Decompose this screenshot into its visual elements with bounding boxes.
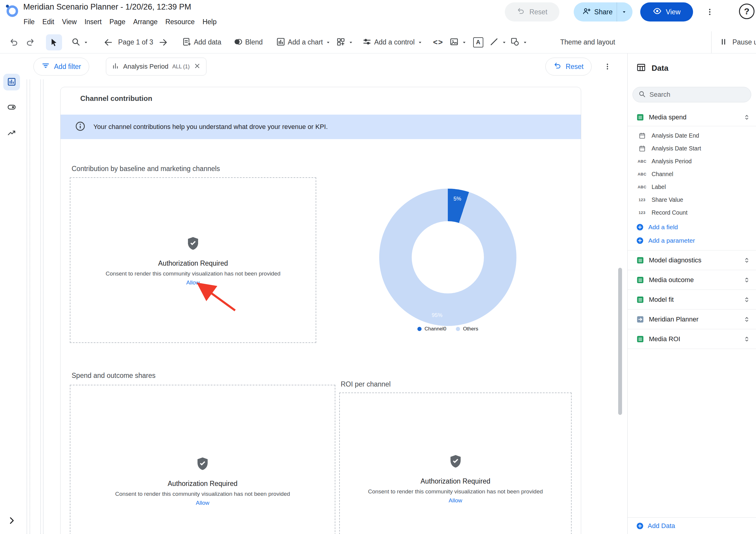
- magnifier-icon: [71, 37, 81, 48]
- select-tool-button[interactable]: [46, 34, 62, 50]
- embed-tool-button[interactable]: <>: [430, 34, 446, 50]
- expand-icon[interactable]: [743, 296, 751, 303]
- field-share-value[interactable]: 123 Share Value: [628, 193, 756, 206]
- data-source-media-outcome[interactable]: Media outcome: [628, 270, 756, 290]
- data-source-media-spend[interactable]: Media spend: [628, 108, 756, 126]
- menu-help[interactable]: Help: [199, 15, 221, 28]
- text-tool-icon: A: [473, 37, 483, 47]
- add-data-button[interactable]: Add data: [182, 37, 221, 48]
- undo-icon: [554, 62, 562, 71]
- field-analysis-date-start[interactable]: Analysis Date Start: [628, 142, 756, 155]
- reset-button-header[interactable]: Reset: [505, 2, 559, 21]
- data-search-box[interactable]: [633, 87, 751, 102]
- search-icon: [638, 90, 646, 99]
- allow-link[interactable]: Allow: [186, 279, 200, 286]
- field-analysis-date-end[interactable]: Analysis Date End: [628, 129, 756, 142]
- plus-circle-icon: [636, 522, 644, 530]
- collapse-icon[interactable]: [743, 113, 751, 121]
- looker-studio-logo-icon[interactable]: [5, 4, 18, 17]
- legend-item-channel0[interactable]: Channel0: [418, 326, 446, 332]
- filter-funnel-icon: [41, 62, 50, 71]
- view-button[interactable]: View: [640, 2, 693, 21]
- shield-check-icon: [195, 456, 210, 471]
- expand-icon[interactable]: [743, 335, 751, 343]
- sheets-source-icon: [636, 295, 644, 304]
- field-channel[interactable]: ABC Channel: [628, 168, 756, 181]
- undo-button[interactable]: [6, 34, 22, 50]
- share-button-main[interactable]: Share: [575, 2, 617, 21]
- next-page-button[interactable]: [155, 34, 171, 50]
- rail-trends-button[interactable]: [3, 125, 20, 141]
- pause-updates-button[interactable]: Pause u: [711, 31, 756, 53]
- close-icon[interactable]: [194, 62, 201, 71]
- rail-expand-button[interactable]: [3, 513, 20, 529]
- data-source-model-diagnostics[interactable]: Model diagnostics: [628, 250, 756, 270]
- more-options-kebab-icon[interactable]: [701, 3, 719, 21]
- menu-insert[interactable]: Insert: [81, 15, 106, 28]
- blend-icon: [233, 37, 243, 48]
- page-indicator[interactable]: Page 1 of 3: [118, 38, 153, 46]
- add-data-button-bottom[interactable]: Add Data: [628, 517, 756, 534]
- shield-check-icon: [186, 236, 200, 250]
- previous-page-button[interactable]: [100, 34, 116, 50]
- filter-reset-button[interactable]: Reset: [545, 58, 592, 75]
- auth-required-panel-contribution: Authorization Required Consent to render…: [70, 177, 316, 343]
- filter-bar-kebab-icon[interactable]: [599, 59, 615, 75]
- image-tool-button[interactable]: [449, 37, 467, 48]
- allow-link[interactable]: Allow: [196, 500, 209, 506]
- expand-icon[interactable]: [743, 276, 751, 284]
- line-tool-button[interactable]: [489, 37, 507, 48]
- field-analysis-period[interactable]: ABC Analysis Period: [628, 155, 756, 168]
- add-control-button[interactable]: Add a control: [362, 37, 423, 48]
- menu-page[interactable]: Page: [106, 15, 129, 28]
- menu-arrange[interactable]: Arrange: [129, 15, 161, 28]
- text-type-icon: ABC: [637, 185, 647, 189]
- chevron-down-icon: [325, 40, 331, 45]
- source-list: Model diagnostics Media outcome Model fi…: [628, 250, 756, 349]
- add-chart-button[interactable]: Add a chart: [276, 37, 332, 48]
- auth-message: Consent to render this community visuali…: [106, 270, 281, 277]
- add-filter-button[interactable]: Add filter: [33, 58, 89, 75]
- theme-and-layout-button[interactable]: Theme and layout: [560, 38, 615, 46]
- field-record-count[interactable]: 123 Record Count: [628, 206, 756, 219]
- menu-resource[interactable]: Resource: [161, 15, 199, 28]
- info-icon: [75, 121, 86, 133]
- document-title[interactable]: Meridian Scenario Planner - 1/20/26, 12:…: [23, 2, 191, 12]
- scrollbar-thumb[interactable]: [618, 268, 622, 415]
- rail-controls-button[interactable]: [3, 99, 20, 116]
- canvas-scrollbar[interactable]: [618, 80, 622, 534]
- analysis-period-filter-chip[interactable]: Analysis Period ALL (1): [106, 58, 206, 75]
- data-source-meridian-planner[interactable]: Meridian Planner: [628, 310, 756, 329]
- add-a-field-button[interactable]: Add a field: [628, 220, 756, 234]
- redo-button[interactable]: [22, 34, 38, 50]
- auth-message: Consent to render this community visuali…: [115, 491, 290, 497]
- legend-dot: [418, 327, 421, 331]
- menu-view[interactable]: View: [58, 15, 81, 28]
- canvas-guide-line: [40, 80, 41, 534]
- field-label[interactable]: ABC Label: [628, 181, 756, 193]
- channel-donut-chart[interactable]: 5% 95%: [379, 189, 516, 326]
- auth-title: Authorization Required: [421, 477, 491, 485]
- add-a-parameter-button[interactable]: Add a parameter: [628, 234, 756, 247]
- legend-item-others[interactable]: Others: [456, 326, 478, 332]
- text-tool-button[interactable]: A: [470, 34, 486, 50]
- allow-link[interactable]: Allow: [449, 497, 462, 504]
- share-button[interactable]: Share: [574, 2, 633, 21]
- expand-icon[interactable]: [743, 256, 751, 264]
- expand-icon[interactable]: [743, 316, 751, 323]
- menu-edit[interactable]: Edit: [39, 15, 58, 28]
- edit-toolbar: Page 1 of 3 Add data Blend Add a chart A…: [0, 31, 756, 53]
- rail-charts-button[interactable]: [3, 74, 20, 91]
- canvas-guide-line: [27, 80, 27, 534]
- chart-legend: Channel0 Others: [379, 326, 516, 332]
- shape-tool-button[interactable]: [510, 37, 528, 48]
- menu-file[interactable]: File: [20, 15, 39, 28]
- zoom-tool[interactable]: [71, 37, 89, 48]
- data-source-media-roi[interactable]: Media ROI: [628, 329, 756, 349]
- blend-button[interactable]: Blend: [233, 37, 263, 48]
- data-source-model-fit[interactable]: Model fit: [628, 290, 756, 310]
- share-options-caret[interactable]: [617, 2, 631, 21]
- help-icon[interactable]: ?: [739, 4, 754, 19]
- community-visualizations-button[interactable]: [336, 37, 354, 48]
- search-input[interactable]: [650, 91, 745, 98]
